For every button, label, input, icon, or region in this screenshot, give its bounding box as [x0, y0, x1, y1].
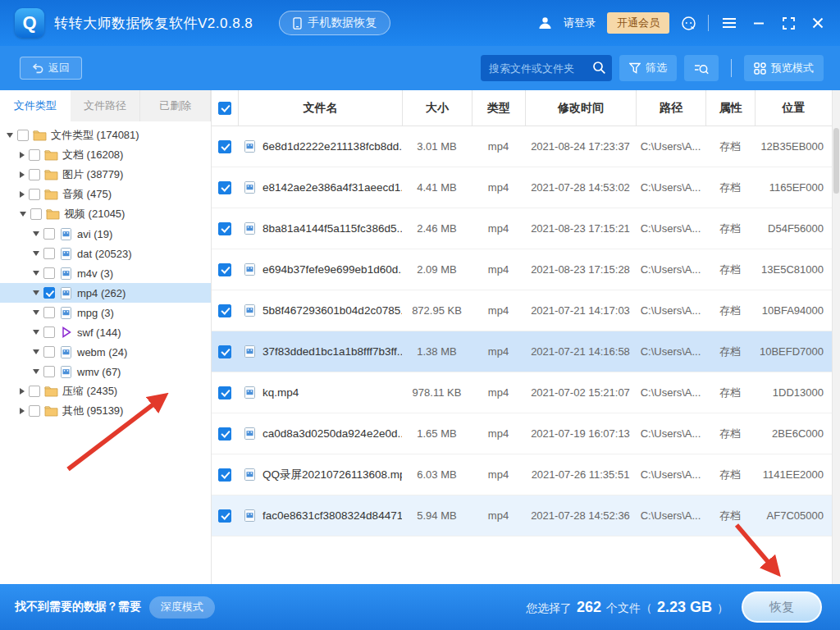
customer-service-icon[interactable]: [681, 16, 696, 31]
tree-item-label: 图片 (38779): [62, 167, 123, 182]
collapse-toggle-icon[interactable]: [33, 310, 39, 315]
tree-checkbox[interactable]: [30, 208, 42, 220]
collapse-toggle-icon[interactable]: [33, 271, 39, 276]
tree-checkbox[interactable]: [29, 149, 40, 161]
preview-mode-button[interactable]: 预览模式: [744, 55, 824, 81]
tree-checkbox[interactable]: [29, 189, 40, 200]
row-checkbox[interactable]: [218, 386, 231, 399]
tree-item-wmv[interactable]: wmv (67): [0, 362, 211, 381]
tree-item-图片[interactable]: 图片 (38779): [0, 165, 211, 185]
collapse-toggle-icon[interactable]: [7, 133, 13, 138]
recover-button[interactable]: 恢复: [742, 591, 822, 623]
back-button[interactable]: 返回: [20, 57, 82, 80]
video-file-icon: [244, 222, 255, 235]
tree-checkbox[interactable]: [43, 228, 55, 240]
row-checkbox[interactable]: [218, 345, 231, 358]
row-checkbox[interactable]: [218, 509, 231, 523]
row-checkbox[interactable]: [218, 222, 231, 235]
tree-item-swf[interactable]: swf (144): [0, 322, 211, 342]
file-modified: 2021-07-21 14:17:03: [525, 304, 636, 317]
tree-item-avi[interactable]: avi (19): [0, 224, 211, 244]
tree-item-音频[interactable]: 音频 (475): [0, 185, 211, 204]
table-row[interactable]: 6e8d1d2222e211138fcb8dd...3.01 MBmp42021…: [212, 126, 832, 167]
table-row[interactable]: e8142ae2e386a4f31aeecd1...4.41 MBmp42021…: [212, 167, 832, 208]
column-header-path[interactable]: 路径: [636, 90, 705, 126]
tab-file-type[interactable]: 文件类型: [0, 90, 71, 121]
table-row[interactable]: kq.mp4978.11 KBmp42021-07-02 15:21:07C:\…: [212, 372, 832, 413]
maximize-button[interactable]: [779, 14, 797, 32]
row-checkbox[interactable]: [218, 181, 231, 194]
tab-file-path[interactable]: 文件路径: [71, 90, 141, 121]
tree-item-视频[interactable]: 视频 (21045): [0, 204, 211, 224]
expand-toggle-icon[interactable]: [20, 388, 25, 395]
phone-recovery-button[interactable]: 手机数据恢复: [279, 11, 390, 35]
collapse-toggle-icon[interactable]: [33, 251, 39, 256]
column-header-modified[interactable]: 修改时间: [525, 90, 636, 126]
tree-checkbox[interactable]: [43, 307, 55, 318]
tree-item-压缩[interactable]: 压缩 (2435): [0, 381, 211, 401]
collapse-toggle-icon[interactable]: [33, 349, 39, 354]
column-header-name[interactable]: 文件名: [238, 90, 402, 126]
menu-button[interactable]: [720, 14, 738, 32]
tree-checkbox[interactable]: [43, 248, 55, 259]
tab-deleted[interactable]: 已删除: [140, 90, 211, 121]
search-icon[interactable]: [592, 61, 606, 75]
tree-checkbox[interactable]: [17, 130, 29, 141]
table-row[interactable]: fac0e8631cf3808324d84471...5.94 MBmp4202…: [212, 495, 832, 536]
tree-checkbox[interactable]: [43, 267, 55, 279]
video-file-icon: [244, 263, 255, 276]
vip-badge[interactable]: 开通会员: [607, 12, 669, 34]
user-icon[interactable]: [538, 16, 552, 30]
vertical-scrollbar[interactable]: [832, 90, 840, 584]
tree-item-其他[interactable]: 其他 (95139): [0, 401, 211, 421]
tree-checkbox[interactable]: [43, 287, 55, 299]
tree-item-文件类型[interactable]: 文件类型 (174081): [0, 126, 211, 145]
collapse-toggle-icon[interactable]: [33, 330, 39, 335]
column-header-attr[interactable]: 属性: [705, 90, 755, 126]
minimize-button[interactable]: [750, 14, 768, 32]
tree-checkbox[interactable]: [43, 326, 55, 338]
table-row[interactable]: 8ba81a4144f5a115fc386d5...2.46 MBmp42021…: [212, 208, 832, 249]
row-checkbox[interactable]: [218, 468, 231, 482]
tree-item-m4v[interactable]: m4v (3): [0, 263, 211, 283]
tree-checkbox[interactable]: [43, 346, 55, 358]
column-header-location[interactable]: 位置: [755, 90, 832, 126]
collapse-toggle-icon[interactable]: [33, 290, 39, 295]
expand-toggle-icon[interactable]: [20, 408, 25, 414]
tree-checkbox[interactable]: [29, 169, 40, 180]
tree-item-dat[interactable]: dat (20523): [0, 244, 211, 263]
row-checkbox[interactable]: [218, 140, 231, 153]
collapse-toggle-icon[interactable]: [20, 212, 26, 217]
column-header-size[interactable]: 大小: [402, 90, 472, 126]
collapse-toggle-icon[interactable]: [33, 231, 39, 236]
select-all-checkbox[interactable]: [218, 102, 231, 115]
table-row[interactable]: ca0d8a3d0250da924e2e0d...1.65 MBmp42021-…: [212, 413, 832, 454]
file-size: 872.95 KB: [402, 304, 472, 317]
close-button[interactable]: [809, 14, 827, 32]
row-checkbox[interactable]: [218, 263, 231, 276]
collapse-toggle-icon[interactable]: [33, 369, 39, 374]
tree-item-webm[interactable]: webm (24): [0, 342, 211, 362]
filter-button[interactable]: 筛选: [619, 55, 677, 81]
column-header-type[interactable]: 类型: [472, 90, 525, 126]
tree-item-文档[interactable]: 文档 (16208): [0, 145, 211, 165]
row-checkbox[interactable]: [218, 427, 231, 441]
table-row[interactable]: e694b37fefe9e699eb1d60d...2.09 MBmp42021…: [212, 249, 832, 290]
expand-toggle-icon[interactable]: [20, 191, 25, 198]
table-row[interactable]: 37f83dded1bc1a1b8fff7b3ff...1.38 MBmp420…: [212, 331, 832, 372]
deep-mode-button[interactable]: 深度模式: [149, 596, 215, 619]
tree-checkbox[interactable]: [43, 366, 55, 377]
tree-item-mpg[interactable]: mpg (3): [0, 303, 211, 322]
row-checkbox[interactable]: [218, 304, 231, 317]
tree-checkbox[interactable]: [29, 405, 40, 417]
deep-search-button[interactable]: [684, 55, 719, 81]
file-size: 1.38 MB: [402, 345, 472, 358]
tree-item-mp4[interactable]: mp4 (262): [0, 283, 211, 303]
expand-toggle-icon[interactable]: [20, 152, 25, 158]
tree-checkbox[interactable]: [29, 386, 40, 397]
expand-toggle-icon[interactable]: [20, 171, 25, 178]
login-link[interactable]: 请登录: [564, 16, 596, 30]
table-row[interactable]: QQ录屏20210726113608.mp46.03 MBmp42021-07-…: [212, 454, 832, 495]
scrollbar-thumb[interactable]: [833, 128, 839, 194]
table-row[interactable]: 5b8f467293601b04d2c0785...872.95 KBmp420…: [212, 290, 832, 331]
